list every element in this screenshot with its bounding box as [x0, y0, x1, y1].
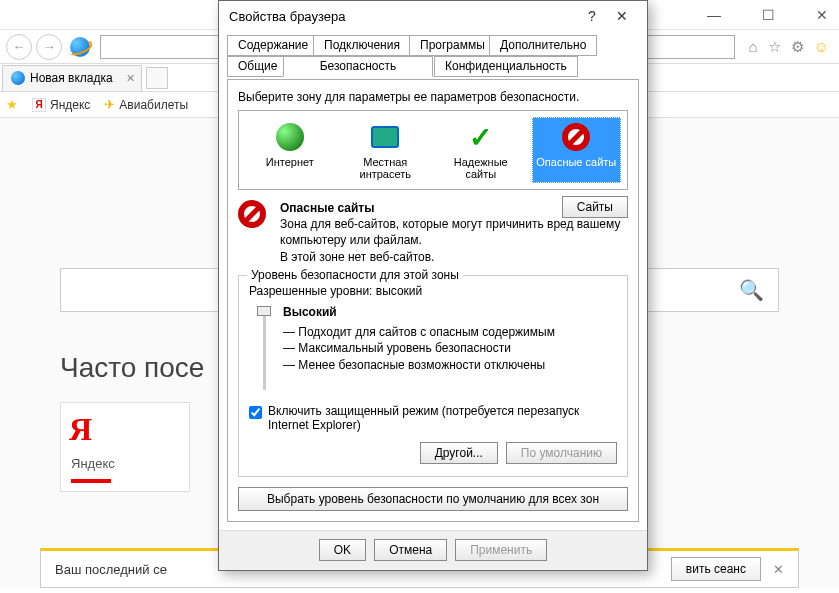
zone-selector: Интернет Местная интрасеть ✓ Надежные са… [238, 110, 628, 190]
tile-yandex[interactable]: Я Яндекс [60, 402, 190, 492]
zone-site-count: В этой зоне нет веб-сайтов. [280, 250, 434, 264]
zone-prompt: Выберите зону для параметры ее параметро… [238, 90, 628, 104]
yandex-icon: Я [32, 98, 46, 112]
no-entry-icon [562, 123, 590, 151]
window-maximize[interactable] [753, 7, 783, 23]
zone-trusted[interactable]: ✓ Надежные сайты [436, 117, 526, 183]
dialog-close-icon[interactable]: ✕ [607, 8, 637, 24]
dialog-title: Свойства браузера [229, 9, 577, 24]
allowed-levels-text: Разрешенные уровни: высокий [249, 284, 617, 298]
browser-tab[interactable]: Новая вкладка ✕ [2, 65, 142, 91]
slider-thumb[interactable] [257, 306, 271, 316]
back-button[interactable]: ← [6, 34, 32, 60]
tab-general[interactable]: Общие [227, 56, 288, 77]
monitor-icon [371, 126, 399, 148]
search-icon[interactable]: 🔍 [739, 278, 764, 302]
window-minimize[interactable] [699, 7, 729, 23]
favorites-icon[interactable]: ☆ [768, 38, 781, 56]
new-tab-button[interactable] [146, 67, 168, 89]
no-entry-icon [238, 200, 266, 228]
tab-title: Новая вкладка [30, 71, 113, 85]
apply-button: Применить [455, 539, 547, 561]
default-level-button: По умолчанию [506, 442, 617, 464]
checkmark-icon: ✓ [469, 121, 492, 154]
ie-logo-icon [70, 37, 90, 57]
sites-button[interactable]: Сайты [562, 196, 628, 218]
reset-all-zones-button[interactable]: Выбрать уровень безопасности по умолчани… [238, 487, 628, 511]
yandex-logo-icon: Я [69, 411, 181, 448]
bookmark-aviabilety[interactable]: ✈Авиабилеты [104, 97, 188, 112]
zone-restricted[interactable]: Опасные сайты [532, 117, 622, 183]
tab-content[interactable]: Содержание [227, 35, 319, 56]
protected-mode-row[interactable]: Включить защищенный режим (потребуется п… [249, 404, 617, 432]
zone-intranet[interactable]: Местная интрасеть [341, 117, 431, 183]
smiley-icon[interactable]: ☺ [814, 38, 829, 56]
window-close[interactable] [807, 7, 837, 23]
tab-connections[interactable]: Подключения [313, 35, 411, 56]
internet-options-dialog: Свойства браузера ? ✕ Содержание Подключ… [218, 0, 648, 571]
tab-programs[interactable]: Программы [409, 35, 496, 56]
globe-icon [276, 123, 304, 151]
level-name: Высокий [283, 304, 617, 321]
ie-favicon-icon [11, 71, 25, 85]
zone-name: Опасные сайты [280, 201, 374, 215]
home-icon[interactable]: ⌂ [749, 38, 758, 56]
cancel-button[interactable]: Отмена [374, 539, 447, 561]
protected-mode-label: Включить защищенный режим (потребуется п… [268, 404, 617, 432]
protected-mode-checkbox[interactable] [249, 406, 262, 419]
zone-internet[interactable]: Интернет [245, 117, 335, 183]
settings-gear-icon[interactable]: ⚙ [791, 38, 804, 56]
star-icon: ★ [6, 97, 18, 112]
zone-description: Зона для веб-сайтов, которые могут причи… [280, 217, 620, 247]
tab-close-icon[interactable]: ✕ [126, 72, 135, 85]
restore-session-button[interactable]: вить сеанс [671, 557, 761, 581]
tab-security[interactable]: Безопасность [283, 56, 433, 77]
security-level-slider[interactable] [255, 304, 273, 394]
notification-close-icon[interactable]: ✕ [773, 562, 784, 577]
dialog-help-icon[interactable]: ? [577, 8, 607, 24]
ok-button[interactable]: OK [319, 539, 366, 561]
bookmark-yandex[interactable]: ЯЯндекс [32, 98, 90, 112]
tab-privacy[interactable]: Конфиденциальность [434, 56, 578, 77]
add-bookmark[interactable]: ★ [6, 97, 18, 112]
plane-icon: ✈ [104, 97, 115, 112]
custom-level-button[interactable]: Другой... [420, 442, 498, 464]
tab-advanced[interactable]: Дополнительно [489, 35, 597, 56]
dialog-tabs: Содержание Подключения Программы Дополни… [227, 35, 639, 79]
forward-button[interactable]: → [36, 34, 62, 60]
tile-accent-bar [71, 479, 111, 483]
security-level-group-title: Уровень безопасности для этой зоны [247, 268, 463, 282]
